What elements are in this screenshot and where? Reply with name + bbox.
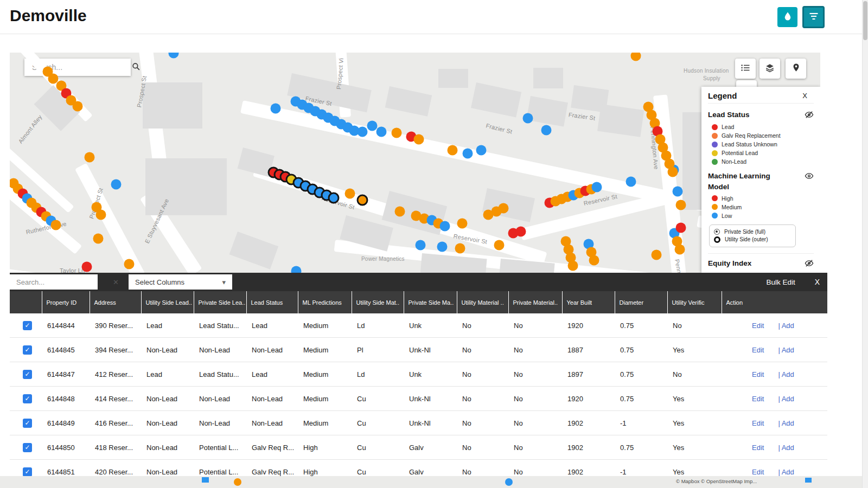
map-marker[interactable] xyxy=(440,221,450,232)
search-icon[interactable] xyxy=(131,62,141,73)
edit-link[interactable]: Edit xyxy=(752,370,764,378)
layers-button[interactable] xyxy=(760,59,780,79)
map-marker[interactable] xyxy=(358,127,368,137)
column-header[interactable]: Private Side Lea.. xyxy=(194,291,246,313)
radio-option[interactable]: Utility Side (outer) xyxy=(714,236,791,243)
map-marker[interactable] xyxy=(448,145,458,156)
map-marker[interactable] xyxy=(499,203,509,214)
row-checkbox[interactable]: ✓ xyxy=(23,394,32,403)
row-checkbox[interactable]: ✓ xyxy=(23,345,32,355)
select-columns-dropdown[interactable]: Select Columns ▾ xyxy=(129,274,232,290)
column-header[interactable]: Action xyxy=(722,291,827,313)
column-header[interactable]: Address xyxy=(90,291,141,313)
map-marker[interactable] xyxy=(357,195,368,206)
clear-search-icon[interactable]: ✕ xyxy=(113,278,119,286)
column-header[interactable]: Property ID xyxy=(42,291,90,313)
map-marker[interactable] xyxy=(345,189,355,199)
map-canvas[interactable]: Σ Prospect StProspect StAlmont AlleyRuth… xyxy=(10,53,820,273)
map-marker[interactable] xyxy=(169,53,179,59)
map-marker[interactable] xyxy=(96,210,106,220)
add-link[interactable]: | Add xyxy=(778,419,794,427)
edit-link[interactable]: Edit xyxy=(752,322,764,330)
map-marker[interactable] xyxy=(376,127,387,137)
close-table-button[interactable]: X xyxy=(815,278,820,286)
map-marker[interactable] xyxy=(111,179,122,190)
map-marker[interactable] xyxy=(93,234,104,244)
map-marker[interactable] xyxy=(675,245,685,255)
map-marker[interactable] xyxy=(51,220,61,230)
map-marker[interactable] xyxy=(463,149,473,159)
map-marker[interactable] xyxy=(631,53,641,61)
column-header[interactable]: ML Predictions xyxy=(298,291,352,313)
add-link[interactable]: | Add xyxy=(778,322,794,330)
column-header[interactable]: Private Material.. xyxy=(508,291,562,313)
column-header[interactable]: Year Built xyxy=(562,291,615,313)
row-checkbox[interactable]: ✓ xyxy=(23,419,32,428)
column-header[interactable]: Utility Side Mat.. xyxy=(352,291,404,313)
bulk-edit-button[interactable]: Bulk Edit xyxy=(766,278,795,286)
map-marker[interactable] xyxy=(392,128,402,138)
add-link[interactable]: | Add xyxy=(778,395,794,403)
map-marker[interactable] xyxy=(516,227,526,237)
map-marker[interactable] xyxy=(367,121,378,131)
map-marker[interactable] xyxy=(73,101,83,112)
row-checkbox[interactable]: ✓ xyxy=(23,443,32,452)
edit-link[interactable]: Edit xyxy=(752,419,764,427)
map-marker[interactable] xyxy=(494,240,505,251)
map-marker[interactable] xyxy=(291,266,302,273)
water-drop-button[interactable] xyxy=(777,7,797,27)
map-marker[interactable] xyxy=(455,243,465,254)
column-header[interactable]: Utility Verific xyxy=(667,291,722,313)
add-link[interactable]: | Add xyxy=(778,346,794,354)
marker-mode-button[interactable] xyxy=(786,59,806,79)
column-header[interactable]: Private Side Ma.. xyxy=(404,291,457,313)
edit-link[interactable]: Edit xyxy=(752,444,764,452)
map-marker[interactable] xyxy=(395,207,405,217)
map-marker[interactable] xyxy=(124,259,135,269)
column-header[interactable]: Lead Status xyxy=(246,291,298,313)
map-marker[interactable] xyxy=(589,255,599,266)
map-marker[interactable] xyxy=(85,152,95,163)
eye-icon[interactable] xyxy=(805,171,814,183)
table-search-input[interactable] xyxy=(15,278,113,287)
row-checkbox[interactable]: ✓ xyxy=(23,467,32,477)
row-checkbox[interactable]: ✓ xyxy=(23,370,32,379)
filter-button[interactable] xyxy=(802,6,825,28)
map-marker[interactable] xyxy=(416,240,426,251)
map-marker[interactable] xyxy=(414,134,424,145)
list-view-button[interactable] xyxy=(735,59,756,79)
map-marker[interactable] xyxy=(437,242,448,252)
map-marker[interactable] xyxy=(271,104,281,114)
map-marker[interactable] xyxy=(673,187,683,197)
map-marker[interactable] xyxy=(541,125,552,136)
legend-close-button[interactable]: X xyxy=(802,92,814,100)
radio-option[interactable]: Private Side (full) xyxy=(714,229,791,235)
equity-eye-off-icon[interactable] xyxy=(805,259,814,270)
map-marker[interactable] xyxy=(568,261,578,271)
map-marker[interactable] xyxy=(476,145,487,156)
table-search-box[interactable]: ✕ xyxy=(10,274,98,290)
edit-link[interactable]: Edit xyxy=(752,346,764,354)
map-marker[interactable] xyxy=(626,177,636,187)
column-header[interactable] xyxy=(10,291,42,313)
column-header[interactable]: Utility Side Lead.. xyxy=(141,291,194,313)
edit-link[interactable]: Edit xyxy=(752,468,764,476)
eye-off-icon[interactable] xyxy=(805,110,814,121)
vertical-scrollbar[interactable] xyxy=(862,0,868,488)
map-marker[interactable] xyxy=(592,182,602,192)
map-marker[interactable] xyxy=(668,167,678,177)
add-link[interactable]: | Add xyxy=(778,468,794,476)
scrollbar-thumb[interactable] xyxy=(863,1,867,40)
edit-link[interactable]: Edit xyxy=(752,395,764,403)
add-link[interactable]: | Add xyxy=(778,370,794,378)
map-marker[interactable] xyxy=(523,113,533,124)
map-marker[interactable] xyxy=(328,192,340,204)
column-header[interactable]: Diameter xyxy=(615,291,667,313)
add-link[interactable]: | Add xyxy=(778,444,794,452)
map-marker[interactable] xyxy=(82,262,92,272)
map-marker[interactable] xyxy=(652,250,662,260)
map-marker[interactable] xyxy=(457,219,468,229)
row-checkbox[interactable]: ✓ xyxy=(23,321,32,330)
map-marker[interactable] xyxy=(676,223,686,233)
map-marker[interactable] xyxy=(676,200,686,210)
